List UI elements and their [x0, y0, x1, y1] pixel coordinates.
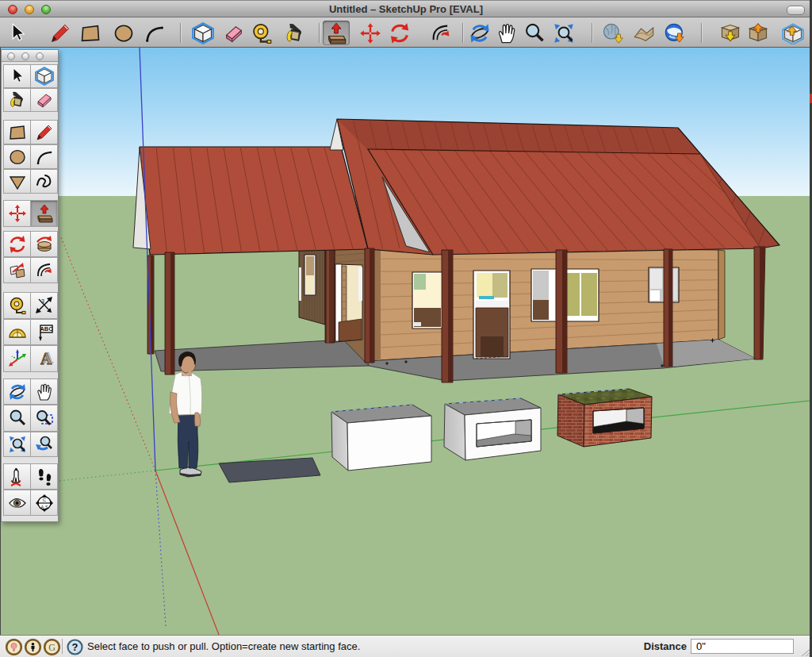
- toolbar-place-model-button[interactable]: [661, 21, 688, 45]
- palette-section-plane-button[interactable]: CA·S: [30, 490, 58, 516]
- paint-bucket-icon: [284, 22, 306, 44]
- palette-rectangle-button[interactable]: [3, 120, 31, 144]
- palette-follow-me-button[interactable]: [30, 231, 58, 257]
- svg-text:C: C: [42, 498, 46, 502]
- palette-eraser-button[interactable]: [30, 88, 58, 112]
- palette-rotate-button[interactable]: [3, 231, 31, 257]
- palette-dimension-button[interactable]: 3: [30, 292, 58, 319]
- toolbar-line-button[interactable]: [47, 21, 74, 45]
- palette-polygon-button[interactable]: [3, 169, 31, 194]
- share-model-icon: [747, 22, 769, 44]
- toolbar-toggle-pill[interactable]: [787, 6, 805, 15]
- palette-circle-button[interactable]: [3, 144, 31, 169]
- palette-3d-text-button[interactable]: AA: [30, 345, 58, 372]
- palette-move-button[interactable]: [3, 200, 31, 227]
- palette-push-pull-button[interactable]: [30, 200, 58, 227]
- palette-line-button[interactable]: [30, 120, 58, 144]
- push-pull-icon: [325, 22, 347, 44]
- line-icon: [35, 123, 54, 142]
- palette-zoom-button[interactable]: [36, 52, 44, 60]
- position-camera-icon: [8, 467, 27, 486]
- toolbar-separator: [701, 23, 702, 43]
- palette-look-around-button[interactable]: [3, 490, 31, 516]
- palette-orbit-button[interactable]: [3, 378, 31, 405]
- title-bar[interactable]: Untitled – SketchUp Pro [EVAL]: [0, 0, 812, 17]
- toolbar-pan-button[interactable]: [493, 21, 520, 45]
- zoom-icon: [8, 409, 27, 428]
- toolbar-push-pull-button[interactable]: [323, 21, 350, 45]
- palette-scale-button[interactable]: [3, 257, 31, 283]
- palette-zoom-window-button[interactable]: [30, 405, 58, 432]
- distance-label: Distance: [644, 636, 687, 657]
- palette-text-button[interactable]: ABC: [30, 319, 58, 345]
- palette-header[interactable]: [2, 50, 58, 62]
- move-icon: [8, 204, 27, 223]
- palette-paint-bucket-button[interactable]: [3, 88, 31, 112]
- left-wing-corner-post: [325, 248, 335, 343]
- brick-box[interactable]: [557, 389, 652, 447]
- help-icon[interactable]: ?: [67, 639, 83, 655]
- toolbar-rectangle-button[interactable]: [77, 21, 104, 45]
- toolbar-toggle-terrain-button[interactable]: [630, 21, 657, 45]
- palette-arc-button[interactable]: [30, 144, 58, 169]
- zoom-icon: [523, 22, 546, 44]
- toolbar-paint-bucket-button[interactable]: [282, 21, 308, 45]
- toolbar-make-component-button[interactable]: [190, 21, 216, 45]
- toolbar-get-current-view-button[interactable]: [599, 21, 626, 45]
- toolbar-share-component-button[interactable]: [779, 21, 806, 45]
- svg-text:A: A: [43, 350, 53, 366]
- palette-tape-measure-button[interactable]: [3, 292, 31, 319]
- toolbar-share-model-button[interactable]: [745, 21, 772, 45]
- toolbar-move-button[interactable]: [357, 21, 384, 45]
- toolbar-separator: [180, 23, 181, 43]
- toolbar-eraser-button[interactable]: [220, 21, 247, 45]
- palette-axes-button[interactable]: [3, 345, 31, 372]
- drawing-viewport[interactable]: [0, 48, 812, 635]
- west-doorway: [335, 264, 362, 342]
- distance-input[interactable]: [691, 639, 794, 654]
- palette-select-button[interactable]: [3, 64, 31, 88]
- toolbar-get-models-button[interactable]: [717, 21, 744, 45]
- toolbar-zoom-extents-button[interactable]: [550, 21, 577, 45]
- rectangle-icon: [8, 123, 27, 142]
- hollow-box[interactable]: [444, 398, 541, 460]
- toolbar-offset-button[interactable]: [427, 21, 454, 45]
- white-box[interactable]: [331, 405, 431, 471]
- rectangle-icon: [79, 22, 102, 44]
- tape-measure-icon: [251, 22, 273, 44]
- scale-icon: [8, 261, 27, 280]
- palette-zoom-extents-button[interactable]: [3, 432, 31, 457]
- palette-previous-button[interactable]: [30, 432, 58, 457]
- palette-freehand-button[interactable]: [30, 169, 58, 194]
- toolbar-arc-button[interactable]: [141, 21, 168, 45]
- palette-zoom-button[interactable]: [3, 405, 31, 432]
- palette-close-button[interactable]: [7, 52, 15, 60]
- toolbar-rotate-button[interactable]: [386, 21, 413, 45]
- palette-protractor-button[interactable]: [3, 319, 31, 345]
- previous-icon: [35, 435, 54, 454]
- post: [664, 249, 672, 367]
- toolbar-select-button[interactable]: [4, 21, 31, 45]
- geolocation-icon[interactable]: [6, 639, 22, 655]
- large-tool-set-palette[interactable]: 3ABCAACA·S: [1, 49, 59, 522]
- palette-position-camera-button[interactable]: [3, 463, 31, 490]
- polygon-icon: [8, 172, 27, 191]
- window-1: [412, 272, 443, 328]
- toolbar-orbit-button[interactable]: [466, 21, 493, 45]
- toolbar-circle-button[interactable]: [110, 21, 137, 45]
- claim-credit-icon[interactable]: [25, 639, 41, 655]
- palette-offset-button[interactable]: [30, 257, 58, 283]
- palette-pan-button[interactable]: [30, 378, 58, 405]
- toolbar-zoom-button[interactable]: [521, 21, 548, 45]
- sign-in-icon[interactable]: G: [44, 639, 60, 655]
- eraser-icon: [223, 22, 245, 44]
- toolbar-tape-measure-button[interactable]: [248, 21, 275, 45]
- paint-bucket-icon: [8, 90, 27, 110]
- svg-text:ABC: ABC: [40, 325, 53, 332]
- arc-icon: [144, 22, 166, 44]
- orbit-icon: [469, 22, 491, 44]
- post: [556, 250, 567, 373]
- palette-walk-button[interactable]: [30, 463, 58, 490]
- palette-make-component-button[interactable]: [30, 64, 58, 88]
- palette-minimize-button[interactable]: [21, 52, 29, 60]
